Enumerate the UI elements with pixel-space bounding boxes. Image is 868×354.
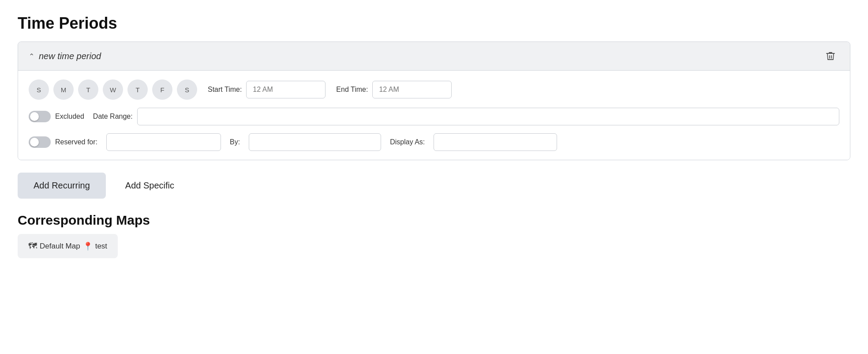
reserved-toggle-track <box>29 136 51 148</box>
reserved-for-label: Reserved for: <box>55 138 97 146</box>
day-thursday[interactable]: T <box>127 79 148 100</box>
end-time-input[interactable] <box>372 81 452 98</box>
start-time-label: Start Time: <box>208 86 242 94</box>
start-time-input[interactable] <box>246 81 326 98</box>
row-excluded-daterange: Excluded Date Range: <box>29 108 839 125</box>
by-input[interactable] <box>249 133 381 151</box>
day-friday[interactable]: F <box>152 79 172 100</box>
reserved-toggle-thumb <box>30 138 39 147</box>
date-range-label: Date Range: <box>93 113 133 121</box>
day-sunday[interactable]: S <box>29 79 49 100</box>
by-label: By: <box>230 138 240 146</box>
row-reserved: Reserved for: By: Display As: <box>29 133 839 151</box>
toggle-track <box>29 111 51 122</box>
time-period-name: new time period <box>39 51 101 61</box>
day-tuesday[interactable]: T <box>78 79 98 100</box>
card-header-left: ⌃ new time period <box>29 51 101 61</box>
corresponding-maps-section: Corresponding Maps 🗺 Default Map 📍 test <box>18 213 850 258</box>
end-time-group: End Time: <box>336 81 452 98</box>
reserved-toggle-wrapper: Reserved for: <box>29 136 97 148</box>
excluded-toggle-wrapper: Excluded <box>29 111 84 122</box>
action-buttons-row: Add Recurring Add Specific <box>18 173 850 199</box>
add-specific-button[interactable]: Add Specific <box>109 173 190 199</box>
display-as-label: Display As: <box>390 138 425 146</box>
card-body: S M T W T F S Start Time: End Time: <box>18 71 850 160</box>
map-icon: 🗺 <box>28 241 37 251</box>
excluded-toggle[interactable] <box>29 111 51 122</box>
days-group: S M T W T F S <box>29 79 197 100</box>
page-title: Time Periods <box>18 14 850 33</box>
reserved-for-input[interactable] <box>106 133 221 151</box>
time-period-card: ⌃ new time period S M T W T F S <box>18 41 850 160</box>
day-wednesday[interactable]: W <box>103 79 123 100</box>
toggle-thumb <box>30 112 39 121</box>
day-saturday[interactable]: S <box>177 79 197 100</box>
corresponding-maps-title: Corresponding Maps <box>18 213 850 228</box>
add-recurring-button[interactable]: Add Recurring <box>18 173 106 199</box>
excluded-label: Excluded <box>55 113 84 121</box>
start-time-group: Start Time: <box>208 81 326 98</box>
location-icon: 📍 <box>83 241 93 251</box>
collapse-icon: ⌃ <box>29 52 34 60</box>
maps-card: 🗺 Default Map 📍 test <box>18 234 118 258</box>
end-time-label: End Time: <box>336 86 368 94</box>
location-name: test <box>95 242 107 251</box>
trash-icon <box>825 51 836 61</box>
day-monday[interactable]: M <box>53 79 74 100</box>
row-days-times: S M T W T F S Start Time: End Time: <box>29 79 839 100</box>
delete-button[interactable] <box>822 49 839 63</box>
card-header[interactable]: ⌃ new time period <box>18 42 850 71</box>
reserved-toggle[interactable] <box>29 136 51 148</box>
date-range-input[interactable] <box>137 108 839 125</box>
display-as-input[interactable] <box>434 133 557 151</box>
map-name: Default Map <box>40 242 80 251</box>
date-range-group: Date Range: <box>93 108 839 125</box>
